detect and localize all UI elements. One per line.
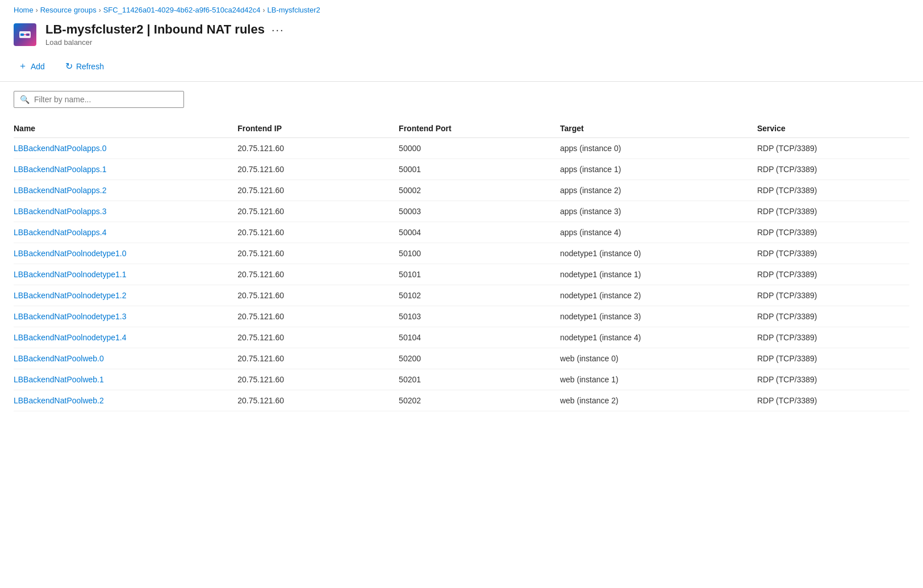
nat-rule-link[interactable]: LBBackendNatPoolnodetype1.1 xyxy=(14,270,126,279)
nat-rule-link[interactable]: LBBackendNatPoolapps.4 xyxy=(14,228,106,237)
nat-rule-link[interactable]: LBBackendNatPoolapps.3 xyxy=(14,207,106,216)
breadcrumb-home[interactable]: Home xyxy=(14,6,34,14)
service-cell: RDP (TCP/3389) xyxy=(757,243,909,264)
frontend-port-cell: 50200 xyxy=(399,348,560,369)
toolbar: ＋ Add ↻ Refresh xyxy=(0,53,923,82)
nat-rule-link[interactable]: LBBackendNatPoolnodetype1.2 xyxy=(14,291,126,300)
breadcrumb-sep-3: › xyxy=(263,6,265,14)
nat-rule-link[interactable]: LBBackendNatPoolapps.2 xyxy=(14,186,106,195)
service-cell: RDP (TCP/3389) xyxy=(757,285,909,306)
service-cell: RDP (TCP/3389) xyxy=(757,180,909,201)
breadcrumb-resource-groups[interactable]: Resource groups xyxy=(40,6,97,14)
add-icon: ＋ xyxy=(18,60,27,72)
service-cell: RDP (TCP/3389) xyxy=(757,327,909,348)
table-row: LBBackendNatPoolweb.120.75.121.6050201we… xyxy=(14,369,909,390)
frontend-ip-cell: 20.75.121.60 xyxy=(237,159,399,180)
search-icon: 🔍 xyxy=(20,95,30,104)
target-cell: web (instance 1) xyxy=(560,369,757,390)
ellipsis-button[interactable]: ··· xyxy=(269,23,287,36)
target-cell: apps (instance 2) xyxy=(560,180,757,201)
nat-rule-link[interactable]: LBBackendNatPoolnodetype1.0 xyxy=(14,249,126,258)
nat-rule-link[interactable]: LBBackendNatPoolweb.1 xyxy=(14,375,104,384)
add-button[interactable]: ＋ Add xyxy=(14,58,49,74)
col-header-target: Target xyxy=(560,119,757,138)
frontend-ip-cell: 20.75.121.60 xyxy=(237,201,399,222)
frontend-port-cell: 50002 xyxy=(399,180,560,201)
target-cell: nodetype1 (instance 2) xyxy=(560,285,757,306)
table-row: LBBackendNatPoolnodetype1.220.75.121.605… xyxy=(14,285,909,306)
col-header-frontend-ip: Frontend IP xyxy=(237,119,399,138)
col-header-name: Name xyxy=(14,119,237,138)
target-cell: nodetype1 (instance 0) xyxy=(560,243,757,264)
nat-rule-link[interactable]: LBBackendNatPoolweb.0 xyxy=(14,354,104,363)
col-header-service: Service xyxy=(757,119,909,138)
nat-rule-link[interactable]: LBBackendNatPoolnodetype1.4 xyxy=(14,333,126,342)
table-row: LBBackendNatPoolapps.320.75.121.6050003a… xyxy=(14,201,909,222)
frontend-ip-cell: 20.75.121.60 xyxy=(237,390,399,411)
breadcrumb-lb[interactable]: LB-mysfcluster2 xyxy=(268,6,320,14)
target-cell: nodetype1 (instance 3) xyxy=(560,306,757,327)
table-row: LBBackendNatPoolnodetype1.020.75.121.605… xyxy=(14,243,909,264)
breadcrumb-sep-2: › xyxy=(99,6,101,14)
table-row: LBBackendNatPoolapps.420.75.121.6050004a… xyxy=(14,222,909,243)
col-header-frontend-port: Frontend Port xyxy=(399,119,560,138)
frontend-port-cell: 50102 xyxy=(399,285,560,306)
page-subtitle: Load balancer xyxy=(45,38,287,47)
frontend-ip-cell: 20.75.121.60 xyxy=(237,243,399,264)
frontend-port-cell: 50100 xyxy=(399,243,560,264)
frontend-ip-cell: 20.75.121.60 xyxy=(237,138,399,159)
refresh-icon: ↻ xyxy=(65,61,73,72)
add-label: Add xyxy=(31,62,45,71)
frontend-port-cell: 50103 xyxy=(399,306,560,327)
breadcrumb: Home › Resource groups › SFC_11426a01-40… xyxy=(0,0,923,18)
frontend-port-cell: 50104 xyxy=(399,327,560,348)
service-cell: RDP (TCP/3389) xyxy=(757,222,909,243)
target-cell: apps (instance 1) xyxy=(560,159,757,180)
table-row: LBBackendNatPoolnodetype1.320.75.121.605… xyxy=(14,306,909,327)
page-title: LB-mysfcluster2 | Inbound NAT rules ··· xyxy=(45,22,287,37)
svg-rect-2 xyxy=(26,34,30,36)
table-row: LBBackendNatPoolweb.220.75.121.6050202we… xyxy=(14,390,909,411)
breadcrumb-sep-1: › xyxy=(36,6,38,14)
frontend-ip-cell: 20.75.121.60 xyxy=(237,285,399,306)
filter-box[interactable]: 🔍 xyxy=(14,91,184,108)
nat-rule-link[interactable]: LBBackendNatPoolweb.2 xyxy=(14,396,104,405)
table-row: LBBackendNatPoolnodetype1.420.75.121.605… xyxy=(14,327,909,348)
nat-rule-link[interactable]: LBBackendNatPoolnodetype1.3 xyxy=(14,312,126,321)
refresh-button[interactable]: ↻ Refresh xyxy=(61,59,108,74)
nat-rule-link[interactable]: LBBackendNatPoolapps.0 xyxy=(14,144,106,153)
filter-input[interactable] xyxy=(34,95,178,104)
nat-rule-link[interactable]: LBBackendNatPoolapps.1 xyxy=(14,165,106,174)
table-row: LBBackendNatPoolnodetype1.120.75.121.605… xyxy=(14,264,909,285)
table-row: LBBackendNatPoolapps.120.75.121.6050001a… xyxy=(14,159,909,180)
target-cell: apps (instance 0) xyxy=(560,138,757,159)
table-row: LBBackendNatPoolweb.020.75.121.6050200we… xyxy=(14,348,909,369)
frontend-ip-cell: 20.75.121.60 xyxy=(237,306,399,327)
refresh-label: Refresh xyxy=(76,62,104,71)
frontend-ip-cell: 20.75.121.60 xyxy=(237,180,399,201)
frontend-port-cell: 50004 xyxy=(399,222,560,243)
table-row: LBBackendNatPoolapps.220.75.121.6050002a… xyxy=(14,180,909,201)
frontend-port-cell: 50001 xyxy=(399,159,560,180)
target-cell: web (instance 0) xyxy=(560,348,757,369)
target-cell: nodetype1 (instance 1) xyxy=(560,264,757,285)
service-cell: RDP (TCP/3389) xyxy=(757,159,909,180)
frontend-port-cell: 50003 xyxy=(399,201,560,222)
service-cell: RDP (TCP/3389) xyxy=(757,201,909,222)
service-cell: RDP (TCP/3389) xyxy=(757,369,909,390)
frontend-ip-cell: 20.75.121.60 xyxy=(237,222,399,243)
target-cell: nodetype1 (instance 4) xyxy=(560,327,757,348)
table-row: LBBackendNatPoolapps.020.75.121.6050000a… xyxy=(14,138,909,159)
frontend-port-cell: 50101 xyxy=(399,264,560,285)
service-cell: RDP (TCP/3389) xyxy=(757,306,909,327)
nat-rules-table: Name Frontend IP Frontend Port Target Se… xyxy=(14,119,909,411)
resource-icon xyxy=(14,23,36,46)
service-cell: RDP (TCP/3389) xyxy=(757,390,909,411)
service-cell: RDP (TCP/3389) xyxy=(757,138,909,159)
breadcrumb-sfc[interactable]: SFC_11426a01-4029-4b62-a9f6-510ca24d42c4 xyxy=(103,6,261,14)
frontend-port-cell: 50000 xyxy=(399,138,560,159)
frontend-port-cell: 50202 xyxy=(399,390,560,411)
header-text: LB-mysfcluster2 | Inbound NAT rules ··· … xyxy=(45,22,287,47)
frontend-ip-cell: 20.75.121.60 xyxy=(237,327,399,348)
target-cell: web (instance 2) xyxy=(560,390,757,411)
